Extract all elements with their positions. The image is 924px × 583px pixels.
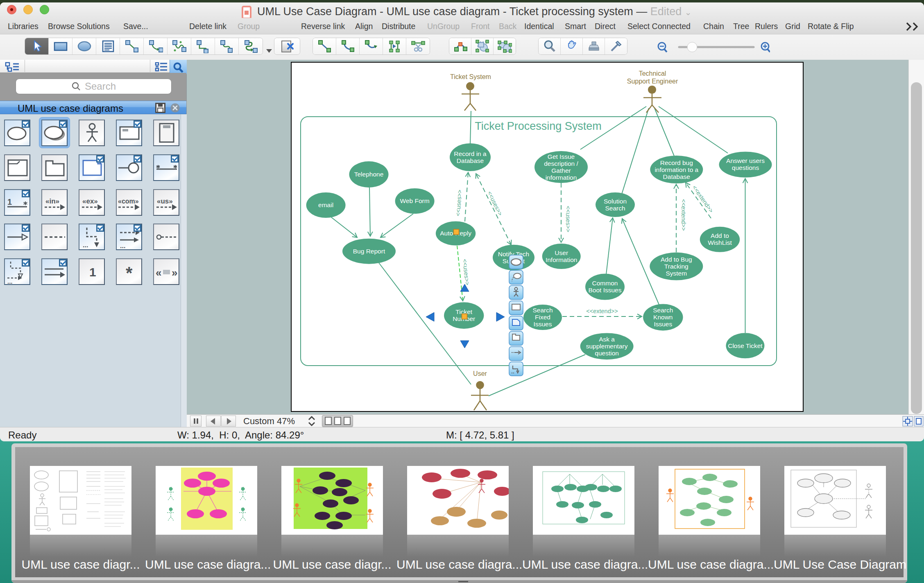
svg-text:Tracking: Tracking (664, 263, 688, 270)
svg-text:Answer users: Answer users (726, 157, 765, 164)
svg-text:Record bug: Record bug (660, 159, 693, 166)
svg-text:User: User (473, 370, 487, 377)
svg-text:User: User (555, 249, 568, 256)
svg-text:Issues: Issues (534, 321, 552, 328)
svg-text:<<uses>>: <<uses>> (565, 206, 571, 233)
svg-text:Database: Database (663, 173, 690, 180)
svg-text:<<extend>>: <<extend>> (691, 184, 715, 214)
svg-text:«us»: «us» (157, 197, 173, 205)
svg-text:Web Form: Web Form (400, 197, 430, 204)
svg-text:Database: Database (457, 157, 484, 164)
svg-text:information: information (546, 174, 577, 181)
svg-text:Solution: Solution (604, 198, 627, 205)
svg-text:question: question (595, 350, 619, 357)
svg-text:...: ... (7, 278, 13, 285)
svg-text:Search: Search (532, 307, 553, 314)
svg-text:Known: Known (653, 314, 673, 321)
svg-text:Boot Issues: Boot Issues (589, 287, 622, 294)
svg-text:<<uses>>: <<uses>> (486, 190, 504, 217)
svg-text:<<extend>>: <<extend>> (586, 308, 618, 314)
svg-text:Search: Search (605, 205, 625, 212)
svg-text:»: » (172, 267, 177, 279)
svg-text:1: 1 (7, 197, 12, 206)
svg-text:...: ... (120, 242, 125, 249)
svg-text:Ticket System: Ticket System (450, 73, 491, 80)
svg-text:«ex»: «ex» (82, 197, 98, 205)
svg-text:<<uses>>: <<uses>> (455, 190, 463, 216)
svg-text:*: * (126, 263, 133, 282)
svg-text:email: email (318, 201, 333, 208)
svg-text:Information: Information (546, 256, 578, 263)
svg-text:Record in a: Record in a (454, 150, 487, 157)
svg-text:Technical: Technical (639, 70, 666, 77)
svg-text:Common: Common (592, 280, 618, 287)
svg-text:Add to: Add to (711, 232, 729, 239)
svg-text:Ask a: Ask a (599, 336, 615, 343)
svg-text:Get Issue: Get Issue (548, 153, 575, 160)
svg-text:Issues: Issues (654, 321, 672, 328)
svg-text:System: System (666, 270, 687, 277)
svg-text:<<extend>>: <<extend>> (680, 199, 687, 230)
svg-text:Bug Report: Bug Report (353, 248, 385, 255)
svg-text:«com»: «com» (118, 198, 139, 205)
svg-text:description /: description / (544, 160, 578, 167)
svg-text:supplementary: supplementary (586, 343, 628, 350)
svg-text:«: « (156, 267, 161, 279)
svg-text:Gather: Gather (551, 167, 571, 174)
svg-text:1: 1 (89, 265, 96, 279)
svg-text:Telephone: Telephone (354, 171, 384, 178)
svg-text:Add to Bug: Add to Bug (661, 256, 692, 263)
svg-text:WishList: WishList (708, 239, 732, 246)
svg-text:questions: questions (732, 164, 759, 171)
svg-text:information to a: information to a (654, 166, 698, 173)
svg-text:Search: Search (653, 307, 673, 314)
svg-text:<<uses>>: <<uses>> (462, 259, 471, 286)
svg-text:«in»: «in» (45, 197, 59, 205)
svg-text:Fixed: Fixed (535, 314, 550, 321)
svg-text:Support Engineer: Support Engineer (627, 78, 678, 85)
svg-text:Close Ticket: Close Ticket (728, 342, 763, 349)
svg-text:Ticket Processing System: Ticket Processing System (475, 120, 602, 132)
svg-text:...: ... (83, 242, 88, 249)
